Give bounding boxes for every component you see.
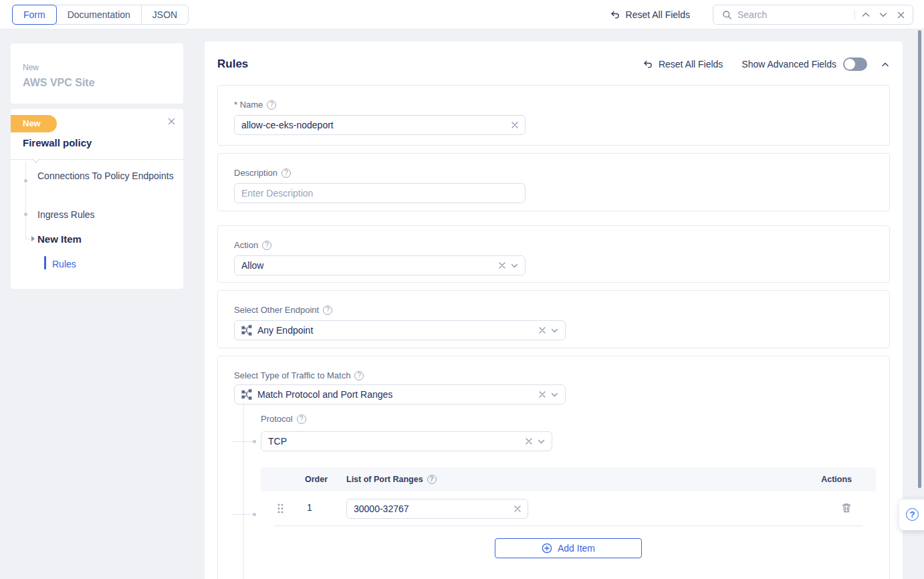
name-label-row: * Name — [234, 100, 276, 110]
sidebar-item-connections[interactable]: Connections To Policy Endpoints — [37, 169, 175, 183]
port-range-input[interactable] — [354, 503, 509, 514]
clear-icon[interactable] — [514, 505, 521, 512]
nested-branch-line — [233, 514, 254, 515]
description-input-wrap — [234, 183, 526, 203]
rules-panel: Rules Reset All Fields Show Advanced Fie… — [205, 41, 903, 579]
chevron-down-icon[interactable] — [551, 392, 558, 397]
vertical-scrollbar[interactable] — [918, 30, 921, 488]
show-advanced-fields-toggle[interactable] — [843, 57, 867, 71]
clear-icon[interactable] — [511, 122, 518, 128]
chevron-down-icon[interactable] — [511, 263, 518, 268]
description-label: Description — [234, 168, 277, 178]
other-endpoint-select-value: Any Endpoint — [257, 325, 534, 336]
help-icon[interactable] — [427, 475, 437, 484]
clear-icon[interactable] — [526, 438, 532, 445]
top-bar: Form Documentation JSON Reset All Fields — [0, 0, 924, 29]
help-icon[interactable] — [297, 415, 306, 424]
sidebar-current-card: New Firewall policy Connections To Polic… — [11, 109, 183, 289]
add-item-label: Add Item — [558, 543, 595, 554]
traffic-match-card: Select Type of Traffic to Match Match Pr… — [217, 356, 890, 579]
help-icon[interactable] — [262, 241, 271, 250]
row-divider — [274, 526, 862, 526]
sidebar-parent-card[interactable]: New AWS VPC Site — [11, 43, 183, 104]
search-box — [713, 5, 913, 25]
delete-row-icon[interactable] — [841, 502, 852, 513]
chevron-down-icon[interactable] — [551, 328, 558, 333]
collapse-section-icon[interactable] — [882, 62, 889, 67]
show-advanced-fields-label: Show Advanced Fields — [741, 59, 836, 70]
tab-json[interactable]: JSON — [141, 5, 188, 24]
branch-nodes-icon — [241, 389, 252, 400]
action-label-row: Action — [234, 240, 271, 250]
question-circle-icon — [906, 508, 919, 521]
help-fab-button[interactable] — [899, 499, 924, 530]
drag-handle-icon[interactable] — [277, 503, 284, 514]
name-label: * Name — [234, 100, 263, 110]
name-field-card: * Name — [217, 85, 890, 146]
tree-bullet-icon — [24, 179, 27, 183]
caret-right-icon[interactable] — [31, 236, 35, 241]
row-order-value: 1 — [307, 502, 312, 513]
clear-icon[interactable] — [499, 262, 505, 269]
parent-eyebrow: New — [23, 63, 39, 72]
panel-header: Rules Reset All Fields Show Advanced Fie… — [217, 56, 889, 72]
other-endpoint-label-row: Select Other Endpoint — [234, 305, 332, 315]
sidebar-item-new-item[interactable]: New Item — [37, 232, 175, 246]
plus-circle-icon — [542, 543, 552, 554]
search-next-icon[interactable] — [877, 8, 890, 21]
reset-all-fields-label: Reset All Fields — [626, 9, 690, 20]
table-header-row: Order List of Port Ranges Actions — [261, 467, 876, 491]
table-row: 1 — [261, 491, 876, 526]
name-input-wrap — [234, 115, 526, 135]
port-ranges-table: Order List of Port Ranges Actions 1 — [261, 467, 876, 526]
tree-elbow-line — [25, 239, 31, 239]
parent-title: AWS VPC Site — [23, 77, 95, 89]
other-endpoint-field-card: Select Other Endpoint Any Endpoint — [217, 290, 890, 348]
clear-icon[interactable] — [539, 391, 546, 398]
tab-form[interactable]: Form — [12, 5, 57, 25]
reset-all-fields-label: Reset All Fields — [659, 59, 723, 70]
column-header-actions: Actions — [821, 467, 852, 491]
help-icon[interactable] — [354, 371, 364, 380]
description-label-row: Description — [234, 168, 291, 178]
protocol-select[interactable]: TCP — [261, 431, 552, 451]
column-header-ranges-label: List of Port Ranges — [346, 467, 423, 491]
search-close-icon[interactable] — [894, 8, 907, 21]
add-item-button[interactable]: Add Item — [495, 538, 642, 558]
reset-all-fields-button[interactable]: Reset All Fields — [643, 59, 723, 70]
tree-line — [25, 162, 26, 239]
tree-root-notch — [32, 155, 39, 162]
action-select[interactable]: Allow — [234, 255, 526, 275]
sidebar-item-ingress-rules[interactable]: Ingress Rules — [37, 208, 175, 222]
tab-documentation[interactable]: Documentation — [56, 5, 141, 24]
traffic-select[interactable]: Match Protocol and Port Ranges — [234, 384, 566, 404]
traffic-select-value: Match Protocol and Port Ranges — [257, 389, 534, 400]
search-divider — [854, 9, 855, 20]
nested-branch-line — [233, 441, 254, 442]
column-header-order: Order — [305, 467, 328, 491]
view-tab-group: Form Documentation JSON — [12, 5, 189, 25]
help-icon[interactable] — [267, 100, 276, 110]
description-input[interactable] — [241, 188, 518, 199]
active-item-bar — [44, 256, 46, 269]
name-input[interactable] — [241, 120, 506, 130]
clear-icon[interactable] — [539, 327, 546, 334]
panel-title: Rules — [217, 57, 248, 71]
topbar-right-cluster: Reset All Fields — [610, 5, 913, 25]
nested-tree-line — [243, 403, 244, 579]
app-root: Form Documentation JSON Reset All Fields — [0, 0, 924, 579]
sidebar-item-rules[interactable]: Rules — [52, 257, 189, 271]
chevron-down-icon[interactable] — [538, 439, 545, 444]
tree-bullet-icon — [24, 213, 27, 216]
sidebar-close-icon[interactable] — [168, 118, 175, 125]
search-prev-icon[interactable] — [859, 8, 873, 21]
other-endpoint-select[interactable]: Any Endpoint — [234, 320, 566, 340]
help-icon[interactable] — [323, 306, 332, 315]
help-icon[interactable] — [281, 168, 291, 178]
nested-bullet-icon — [253, 513, 256, 516]
action-field-card: Action Allow — [217, 225, 890, 283]
description-field-card: Description — [217, 153, 890, 211]
search-input[interactable] — [737, 9, 850, 20]
nested-bullet-icon — [253, 440, 256, 443]
reset-all-fields-top-button[interactable]: Reset All Fields — [610, 9, 690, 20]
